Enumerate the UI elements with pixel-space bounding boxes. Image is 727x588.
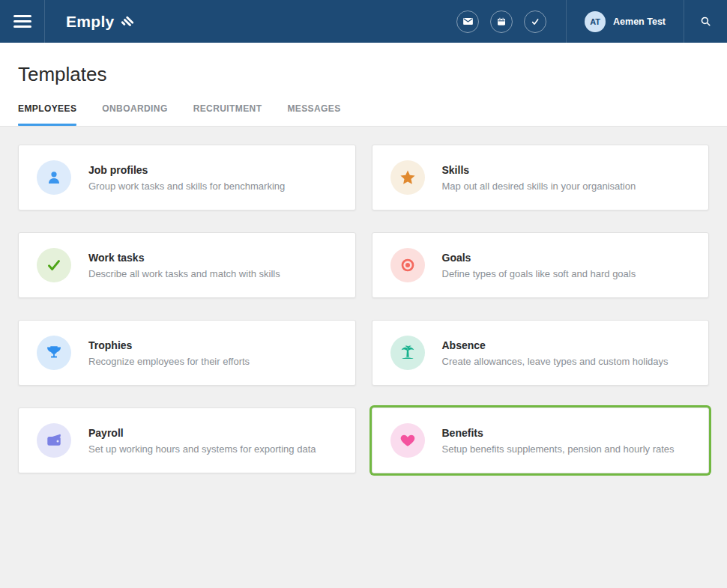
tab-onboarding[interactable]: ONBOARDING (102, 103, 167, 126)
card-title: Trophies (88, 339, 250, 351)
topbar-right: AT Aemen Test (456, 0, 727, 43)
card-text: Skills Map out all desired skills in you… (442, 164, 636, 192)
card-description: Set up working hours and systems for exp… (88, 443, 316, 455)
card-text: Work tasks Describe all work tasks and m… (88, 252, 280, 279)
brand-diamond-icon (120, 15, 135, 30)
trophies-icon-circle (37, 336, 71, 370)
card-title: Absence (442, 339, 669, 351)
content-area: Job profiles Group work tasks and skills… (0, 127, 727, 491)
template-card-work-tasks[interactable]: Work tasks Describe all work tasks and m… (18, 232, 356, 298)
template-cards-grid: Job profiles Group work tasks and skills… (18, 145, 709, 473)
search-button[interactable] (684, 0, 727, 43)
card-description: Describe all work tasks and match with s… (88, 268, 280, 279)
benefits-icon-circle (390, 423, 425, 458)
card-text: Trophies Recognize employees for their e… (88, 339, 250, 367)
template-card-skills[interactable]: Skills Map out all desired skills in you… (372, 145, 710, 210)
absence-icon-circle (390, 336, 425, 370)
tab-recruitment[interactable]: RECRUITMENT (193, 103, 262, 126)
payroll-icon-circle (37, 423, 71, 458)
card-description: Map out all desired skills in your organ… (442, 181, 636, 192)
topbar: Emply (0, 0, 727, 43)
template-card-job-profiles[interactable]: Job profiles Group work tasks and skills… (18, 145, 356, 210)
template-card-benefits[interactable]: Benefits Setup benefits supplements, pen… (372, 407, 710, 473)
topbar-icon-group (456, 0, 566, 43)
calendar-button[interactable] (490, 10, 513, 33)
star-icon (399, 169, 417, 187)
template-card-trophies[interactable]: Trophies Recognize employees for their e… (18, 320, 356, 386)
card-description: Recognize employees for their efforts (88, 356, 250, 367)
tabs-bar: EMPLOYEES ONBOARDING RECRUITMENT MESSAGE… (18, 103, 709, 126)
tab-employees[interactable]: EMPLOYEES (18, 103, 76, 126)
card-text: Benefits Setup benefits supplements, pen… (442, 427, 675, 455)
check-icon (45, 256, 63, 274)
menu-icon (13, 15, 31, 28)
card-title: Goals (442, 252, 636, 264)
calendar-icon (495, 16, 507, 28)
skills-icon-circle (390, 160, 425, 195)
card-text: Payroll Set up working hours and systems… (88, 427, 316, 455)
tab-messages[interactable]: MESSAGES (287, 103, 340, 126)
card-text: Goals Define types of goals like soft an… (442, 252, 636, 279)
user-menu[interactable]: AT Aemen Test (566, 0, 684, 43)
avatar: AT (585, 11, 606, 32)
heart-icon (399, 431, 417, 449)
brand-logo[interactable]: Emply (66, 0, 135, 43)
wallet-icon (45, 431, 63, 449)
card-title: Skills (442, 164, 636, 176)
card-text: Job profiles Group work tasks and skills… (88, 164, 285, 192)
template-card-payroll[interactable]: Payroll Set up working hours and systems… (18, 407, 356, 473)
goals-icon-circle (390, 248, 425, 282)
card-description: Group work tasks and skills for benchmar… (88, 181, 285, 192)
template-card-absence[interactable]: Absence Create allowances, leave types a… (372, 320, 710, 386)
card-description: Define types of goals like soft and hard… (442, 268, 636, 279)
palm-tree-icon (399, 344, 417, 362)
tasks-button[interactable] (524, 10, 546, 33)
mail-button[interactable] (456, 10, 479, 33)
card-title: Benefits (442, 427, 675, 439)
check-circle-icon (529, 16, 541, 28)
person-icon (45, 169, 63, 187)
work-tasks-icon-circle (37, 248, 71, 282)
template-card-goals[interactable]: Goals Define types of goals like soft an… (372, 232, 710, 298)
search-icon (699, 15, 712, 28)
card-title: Work tasks (88, 252, 280, 264)
page-title: Templates (18, 43, 709, 85)
job-profiles-icon-circle (37, 160, 71, 195)
brand-name: Emply (66, 13, 115, 31)
card-title: Job profiles (88, 164, 285, 176)
card-title: Payroll (88, 427, 316, 439)
page-header: Templates EMPLOYEES ONBOARDING RECRUITME… (0, 43, 727, 127)
card-text: Absence Create allowances, leave types a… (442, 339, 669, 367)
user-name: Aemen Test (613, 16, 666, 27)
card-description: Setup benefits supplements, pension and … (442, 443, 675, 455)
hamburger-menu-button[interactable] (0, 0, 45, 43)
card-description: Create allowances, leave types and custo… (442, 356, 669, 367)
trophy-icon (45, 344, 63, 362)
target-icon (399, 256, 417, 274)
mail-icon (462, 15, 474, 28)
